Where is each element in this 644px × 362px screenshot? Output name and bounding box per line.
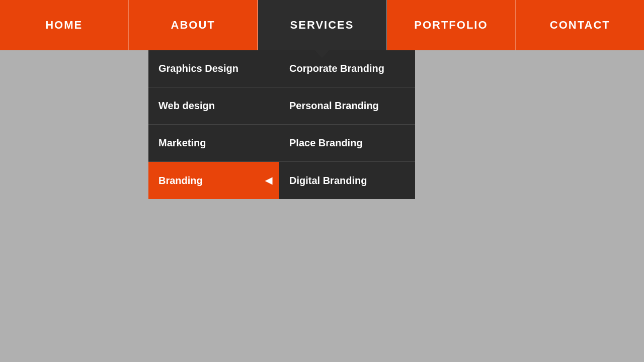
nav-item-home[interactable]: HOME — [0, 0, 129, 50]
nav-label-contact: CONTACT — [550, 19, 610, 32]
submenu-label-personal-branding: Personal Branding — [289, 100, 379, 112]
nav-label-home: HOME — [45, 19, 83, 32]
dropdown-item-web-design[interactable]: Web design — [148, 87, 279, 125]
dropdown-label-branding: Branding — [158, 175, 203, 187]
submenu-item-place-branding[interactable]: Place Branding — [279, 125, 415, 162]
submenu-item-corporate-branding[interactable]: Corporate Branding — [279, 50, 415, 87]
dropdown-item-graphics-design[interactable]: Graphics Design — [148, 50, 279, 87]
nav-label-services: SERVICES — [290, 19, 354, 32]
nav-item-contact[interactable]: CONTACT — [516, 0, 644, 50]
nav-item-portfolio[interactable]: PORTFOLIO — [387, 0, 516, 50]
services-dropdown: Graphics Design Web design Marketing Bra… — [148, 50, 279, 199]
submenu-label-digital-branding: Digital Branding — [289, 175, 367, 187]
branding-submenu: Corporate Branding Personal Branding Pla… — [279, 50, 415, 199]
dropdown-item-branding[interactable]: Branding ◀ — [148, 162, 279, 199]
submenu-label-corporate-branding: Corporate Branding — [289, 63, 384, 74]
submenu-item-personal-branding[interactable]: Personal Branding — [279, 87, 415, 125]
submenu-item-digital-branding[interactable]: Digital Branding — [279, 162, 415, 199]
nav-label-portfolio: PORTFOLIO — [414, 19, 488, 32]
submenu-label-place-branding: Place Branding — [289, 137, 363, 149]
chevron-right-icon: ◀ — [265, 175, 272, 186]
nav-item-services[interactable]: SERVICES — [258, 0, 387, 50]
navbar: HOME ABOUT SERVICES PORTFOLIO CONTACT — [0, 0, 644, 50]
dropdown-label-web-design: Web design — [158, 100, 215, 112]
nav-item-about[interactable]: ABOUT — [129, 0, 258, 50]
dropdown-label-marketing: Marketing — [158, 137, 206, 149]
dropdown-item-marketing[interactable]: Marketing — [148, 125, 279, 162]
dropdown-label-graphics-design: Graphics Design — [158, 63, 238, 74]
nav-label-about: ABOUT — [171, 19, 215, 32]
